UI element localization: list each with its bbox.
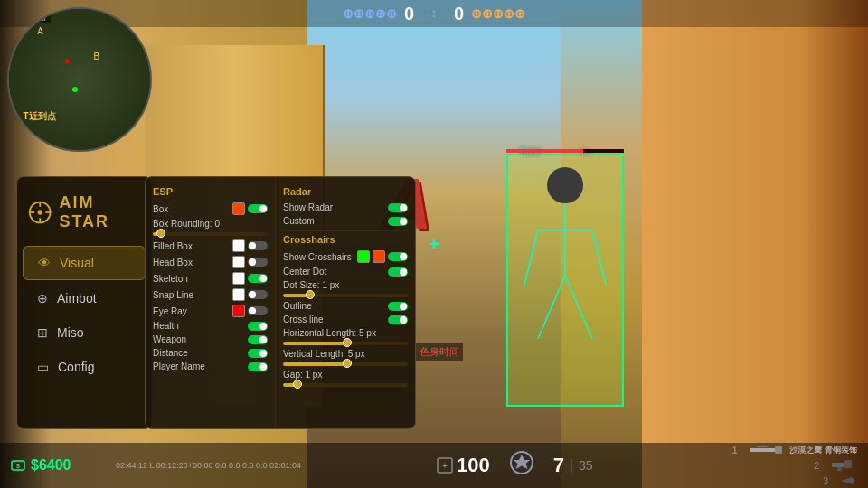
hud-top: ⊕⊕⊕⊕⊕ 0 : 0 ⊕⊕⊕⊕⊕ — [0, 0, 868, 27]
esp-title: ESP — [153, 186, 268, 197]
esp-filled-row: Filled Box — [153, 238, 268, 254]
config-icon: ▭ — [37, 360, 49, 374]
esp-headbox-color[interactable] — [232, 256, 245, 268]
show-crosshairs-toggle[interactable] — [388, 252, 408, 261]
esp-snapline-toggle[interactable] — [248, 290, 268, 299]
esp-filled-toggle[interactable] — [248, 241, 268, 250]
esp-eyeray-label: Eye Ray — [153, 306, 187, 316]
weapon-name-1: 沙漠之鹰 青铜装饰 — [789, 445, 857, 456]
esp-box-row: Box — [153, 201, 268, 217]
enemy-esp-container — [506, 154, 624, 407]
esp-filled-color[interactable] — [232, 239, 245, 252]
radar-label-b: B — [94, 52, 100, 61]
gap-slider[interactable] — [283, 383, 408, 387]
esp-eyeray-color[interactable] — [232, 305, 245, 317]
sidebar-logo: AIM STAR — [17, 186, 151, 239]
esp-box-label: Box — [153, 204, 168, 214]
crosshair-color1[interactable] — [357, 250, 370, 263]
esp-headbox-toggle[interactable] — [248, 258, 268, 267]
weapon-num-3: 3 — [823, 475, 834, 486]
grenade-timer: 色身时间 — [416, 343, 463, 361]
esp-health-label: Health — [153, 321, 179, 331]
sidebar-item-miso-label: Miso — [57, 325, 84, 340]
esp-distance-toggle[interactable] — [248, 349, 268, 358]
custom-radar-label: Custom — [283, 216, 314, 226]
esp-filled-label: Filled Box — [153, 241, 193, 251]
esp-box-controls — [232, 202, 268, 215]
sidebar-item-visual[interactable]: 👁 Visual — [23, 246, 146, 280]
esp-snapline-color[interactable] — [232, 288, 245, 301]
esp-skeleton-toggle[interactable] — [248, 274, 268, 283]
custom-radar-toggle[interactable] — [388, 217, 408, 226]
esp-skeleton-label: Skeleton — [153, 274, 188, 284]
esp-eyeray-row: Eye Ray — [153, 303, 268, 319]
esp-snapline-label: Snap Line — [153, 290, 193, 300]
horiz-length-label: Horizontal Length: 5 px — [283, 328, 376, 338]
crossline-toggle[interactable] — [388, 315, 408, 324]
divider — [283, 230, 408, 231]
hud-timer: 02:44:12 L 00:12:28+00:00 0.0 0.0 0.0 0.… — [108, 461, 308, 470]
show-radar-toggle[interactable] — [388, 203, 408, 212]
radar-map: A B T近到点 — [9, 9, 150, 150]
dot-size-slider[interactable] — [283, 294, 408, 297]
esp-distance-row: Distance — [153, 346, 268, 360]
svg-text:+: + — [442, 461, 448, 471]
svg-line-4 — [524, 230, 538, 285]
esp-box-color[interactable] — [232, 202, 245, 215]
esp-eyeray-toggle[interactable] — [248, 306, 268, 315]
crosshairs-title: Crosshairs — [283, 234, 408, 245]
radar-enemy-dot — [65, 59, 70, 63]
esp-skeleton-color[interactable] — [232, 272, 245, 285]
esp-box-rounding-label: Box Rounding: 0 — [153, 219, 220, 229]
vert-length-label: Vertical Length: 5 px — [283, 349, 365, 359]
hud-weapon-slots: 1 沙漠之鹰 青铜装饰 2 3 — [721, 444, 868, 487]
show-radar-row: Show Radar — [283, 201, 408, 214]
weapon-slot-3: 3 — [823, 474, 857, 487]
esp-headbox-row: Head Box — [153, 254, 268, 270]
esp-playername-toggle[interactable] — [248, 362, 268, 371]
radar-panel: Radar A B T近到点 — [7, 7, 152, 152]
aimbot-icon: ⊕ — [37, 291, 48, 305]
hud-center: + 100 7 | 35 — [308, 449, 721, 482]
radar-label-t: T近到点 — [24, 110, 56, 123]
enemy-head — [547, 167, 583, 203]
svg-rect-18 — [775, 446, 782, 454]
hud-hp: 100 — [457, 454, 490, 477]
custom-radar-row: Custom — [283, 214, 408, 228]
score-display: ⊕⊕⊕⊕⊕ 0 : 0 ⊕⊕⊕⊕⊕ — [343, 4, 525, 24]
esp-box-toggle[interactable] — [248, 204, 268, 213]
menu-panel: ESP Box Box Rounding: 0 Filled Box — [145, 176, 416, 429]
money-icon: $ — [11, 458, 25, 473]
ct-score: ⊕⊕⊕⊕⊕ 0 — [343, 4, 414, 24]
esp-weapon-toggle[interactable] — [248, 335, 268, 344]
outline-row: Outline — [283, 299, 408, 313]
crosshair-color2[interactable] — [373, 250, 385, 263]
sidebar-item-config[interactable]: ▭ Config — [23, 351, 146, 383]
outline-toggle[interactable] — [388, 302, 408, 311]
logo-text: AIM STAR — [59, 193, 140, 231]
vert-length-slider[interactable] — [283, 362, 408, 366]
miso-icon: ⊞ — [37, 325, 48, 340]
t-score: 0 ⊕⊕⊕⊕⊕ — [454, 4, 525, 24]
esp-playername-row: Player Name — [153, 360, 268, 373]
horiz-length-slider[interactable] — [283, 342, 408, 345]
center-dot-toggle[interactable] — [388, 267, 408, 277]
dot-size-label: Dot Size: 1 px — [283, 280, 339, 290]
ammo-main: 7 — [553, 454, 564, 477]
svg-line-3 — [565, 276, 592, 339]
menu-right-section: Radar Show Radar Custom Crosshairs Show … — [276, 177, 415, 428]
esp-playername-label: Player Name — [153, 361, 205, 371]
sidebar-item-miso[interactable]: ⊞ Miso — [23, 316, 146, 349]
enemy-health-fill — [506, 149, 583, 153]
svg-line-2 — [538, 276, 565, 339]
radar-label-a: A — [37, 26, 43, 36]
gap-row: Gap: 1 px — [283, 368, 408, 381]
esp-health-toggle[interactable] — [248, 322, 268, 331]
weapon-slot-1: 1 沙漠之鹰 青铜装饰 — [731, 444, 857, 456]
hud-bottom: $ $6400 02:44:12 L 00:12:28+00:00 0.0 0.… — [0, 443, 868, 488]
sidebar-item-aimbot[interactable]: ⊕ Aimbot — [23, 282, 146, 314]
esp-box-rounding-slider[interactable] — [153, 232, 268, 236]
sidebar-item-visual-label: Visual — [60, 256, 94, 270]
radar-label: Radar — [16, 11, 51, 23]
esp-health-row: Health — [153, 319, 268, 333]
